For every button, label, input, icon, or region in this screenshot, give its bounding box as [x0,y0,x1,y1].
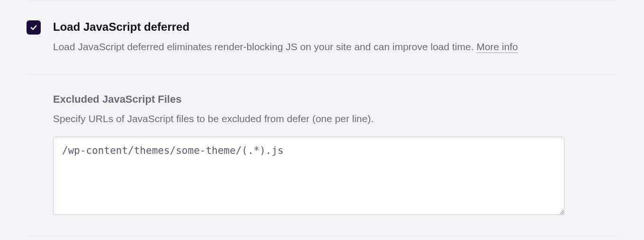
defer-js-section: Load JavaScript deferred Load JavaScript… [0,0,644,74]
defer-checkbox[interactable] [27,20,41,35]
excluded-description: Specify URLs of JavaScript files to be e… [53,112,617,126]
defer-title: Load JavaScript deferred [53,19,617,34]
more-info-link[interactable]: More info [476,41,518,53]
excluded-title: Excluded JavaScript Files [53,93,617,107]
excluded-js-section: Excluded JavaScript Files Specify URLs o… [0,75,644,236]
defer-label-wrap: Load JavaScript deferred Load JavaScript… [53,19,617,54]
check-icon [29,23,38,32]
excluded-files-textarea[interactable] [53,137,564,215]
settings-panel: Load JavaScript deferred Load JavaScript… [0,0,644,236]
defer-description-text: Load JavaScript deferred eliminates rend… [53,41,476,52]
section-divider-bottom [27,236,617,236]
defer-description: Load JavaScript deferred eliminates rend… [53,40,617,54]
defer-row: Load JavaScript deferred Load JavaScript… [27,19,617,54]
